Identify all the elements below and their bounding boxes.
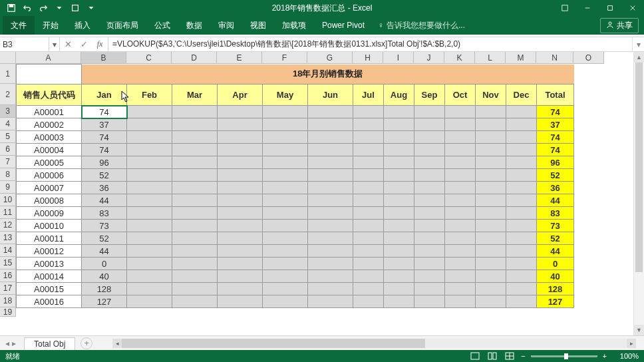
cell[interactable] <box>218 232 263 245</box>
cell[interactable]: 74 <box>537 131 574 144</box>
cell[interactable]: A00001 <box>17 106 82 118</box>
cell[interactable] <box>172 182 218 194</box>
column-title[interactable]: Jan <box>82 85 127 106</box>
cell[interactable] <box>476 245 506 258</box>
cell[interactable]: 128 <box>537 283 574 295</box>
column-header[interactable]: H <box>353 52 383 64</box>
cell[interactable] <box>414 194 445 207</box>
cell[interactable] <box>218 131 263 144</box>
cell[interactable] <box>574 308 605 317</box>
cell[interactable] <box>17 65 82 85</box>
cell[interactable] <box>308 295 353 308</box>
cell[interactable] <box>445 220 476 232</box>
cell[interactable]: 37 <box>537 118 574 131</box>
cell[interactable] <box>172 207 218 220</box>
cell[interactable] <box>127 156 172 169</box>
maximize-icon[interactable] <box>599 0 621 16</box>
cell[interactable] <box>506 131 537 144</box>
select-all-corner[interactable] <box>0 52 16 64</box>
cell[interactable] <box>353 144 384 156</box>
cell[interactable] <box>506 182 537 194</box>
cell[interactable] <box>506 207 537 220</box>
cell[interactable]: 73 <box>537 220 574 232</box>
cell[interactable] <box>384 220 414 232</box>
ribbon-display-options-icon[interactable] <box>554 0 576 16</box>
cell[interactable] <box>353 245 384 258</box>
cell[interactable] <box>218 283 263 295</box>
cell[interactable] <box>263 207 308 220</box>
cell[interactable]: 127 <box>537 295 574 308</box>
cell[interactable] <box>445 295 476 308</box>
cell[interactable] <box>574 270 605 283</box>
row-header[interactable]: 9 <box>0 181 16 194</box>
row-header[interactable]: 12 <box>0 219 16 232</box>
cell[interactable] <box>445 308 476 317</box>
cell[interactable]: 40 <box>537 270 574 283</box>
minimize-icon[interactable] <box>576 0 599 16</box>
cell[interactable] <box>263 232 308 245</box>
column-title[interactable]: Jun <box>308 85 353 106</box>
cell[interactable] <box>445 283 476 295</box>
cell[interactable] <box>506 156 537 169</box>
column-header[interactable]: D <box>172 52 217 64</box>
cell[interactable] <box>506 295 537 308</box>
cell[interactable] <box>384 258 414 270</box>
cell[interactable] <box>308 118 353 131</box>
hscroll-thumb[interactable] <box>122 339 424 348</box>
cell[interactable] <box>218 182 263 194</box>
ribbon-tab-data[interactable]: 数据 <box>178 16 210 35</box>
cell[interactable] <box>384 245 414 258</box>
cell[interactable]: A00009 <box>17 207 82 220</box>
cell[interactable] <box>218 295 263 308</box>
cell[interactable]: A00011 <box>17 232 82 245</box>
cell[interactable] <box>476 283 506 295</box>
redo-icon[interactable] <box>36 1 51 15</box>
row-header[interactable]: 19 <box>0 307 16 317</box>
cell[interactable] <box>384 207 414 220</box>
cell[interactable]: 44 <box>82 245 127 258</box>
cell[interactable]: 74 <box>537 106 574 118</box>
cell[interactable]: 52 <box>537 169 574 182</box>
cell[interactable] <box>384 182 414 194</box>
cell[interactable] <box>445 169 476 182</box>
ribbon-tab-layout[interactable]: 页面布局 <box>98 16 146 35</box>
cell[interactable] <box>414 169 445 182</box>
cell[interactable] <box>308 207 353 220</box>
row-header[interactable]: 14 <box>0 244 16 257</box>
view-page-break-icon[interactable] <box>504 351 516 361</box>
cell[interactable] <box>414 131 445 144</box>
cell[interactable] <box>127 232 172 245</box>
cell[interactable]: 96 <box>537 156 574 169</box>
row-header[interactable]: 13 <box>0 232 16 244</box>
cell[interactable]: A00014 <box>17 270 82 283</box>
row-header[interactable]: 2 <box>0 84 16 105</box>
cell[interactable] <box>384 283 414 295</box>
cell[interactable] <box>308 270 353 283</box>
cell[interactable] <box>353 270 384 283</box>
cell[interactable] <box>172 295 218 308</box>
cell[interactable] <box>445 106 476 118</box>
cell[interactable]: 83 <box>537 207 574 220</box>
cell[interactable] <box>172 118 218 131</box>
column-header[interactable]: C <box>126 52 172 64</box>
cell[interactable] <box>445 194 476 207</box>
cell[interactable] <box>506 232 537 245</box>
sheet-nav-next-icon[interactable]: ▸ <box>12 339 16 348</box>
cell[interactable]: A00002 <box>17 118 82 131</box>
cell[interactable] <box>218 118 263 131</box>
undo-icon[interactable] <box>20 1 35 15</box>
cell[interactable] <box>82 308 127 317</box>
close-icon[interactable] <box>621 0 644 16</box>
ribbon-tab-insert[interactable]: 插入 <box>67 16 98 35</box>
cell[interactable] <box>353 106 384 118</box>
cell[interactable] <box>308 220 353 232</box>
cell[interactable] <box>308 106 353 118</box>
sheet-tab-active[interactable]: Total Obj <box>24 337 75 350</box>
cell[interactable] <box>127 182 172 194</box>
cell[interactable]: 0 <box>537 258 574 270</box>
cell[interactable] <box>574 258 605 270</box>
cell[interactable] <box>218 194 263 207</box>
cell[interactable] <box>445 156 476 169</box>
new-sheet-button[interactable]: + <box>80 337 92 349</box>
cell[interactable]: 74 <box>537 144 574 156</box>
